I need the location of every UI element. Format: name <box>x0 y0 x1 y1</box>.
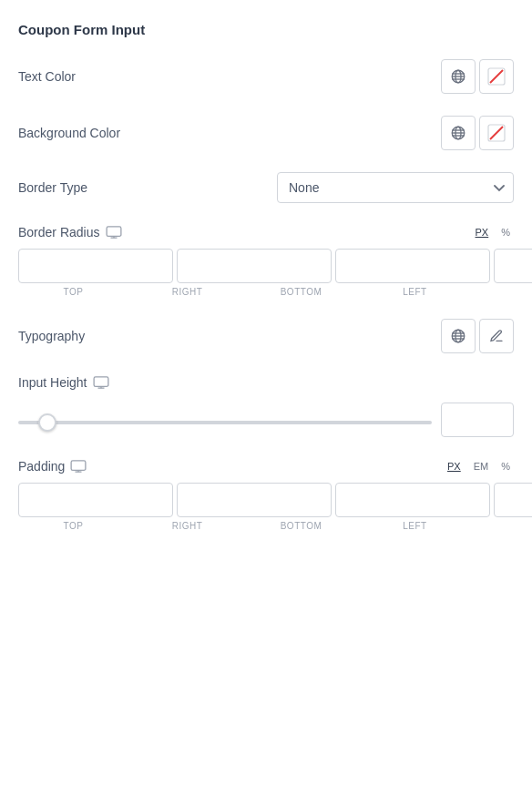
typography-edit-button[interactable] <box>479 319 514 353</box>
svg-rect-22 <box>94 377 108 387</box>
padding-right-input[interactable] <box>177 483 332 517</box>
padding-em-button[interactable]: EM <box>470 459 493 474</box>
monitor-icon <box>106 226 122 239</box>
border-radius-section: Border Radius PX % <box>18 225 514 297</box>
settings-panel: Coupon Form Input Text Color <box>0 0 532 785</box>
padding-bottom-label: BOTTOM <box>246 521 356 531</box>
padding-label-group: Padding <box>18 459 87 474</box>
background-color-label: Background Color <box>18 126 120 140</box>
bg-color-global-button[interactable] <box>441 116 476 150</box>
border-radius-bottom-label: BOTTOM <box>246 287 356 297</box>
border-radius-percent-button[interactable]: % <box>497 225 514 240</box>
typography-controls <box>441 319 514 353</box>
input-height-slider[interactable] <box>18 421 432 424</box>
background-color-row: Background Color <box>18 116 514 150</box>
input-height-header: Input Height <box>18 375 514 390</box>
text-color-picker-button[interactable] <box>479 59 514 94</box>
border-radius-left-input[interactable] <box>494 249 532 283</box>
padding-input-labels: TOP RIGHT BOTTOM LEFT <box>18 521 514 531</box>
border-radius-top-label: TOP <box>18 287 128 297</box>
border-radius-unit-toggle: PX % <box>472 225 514 240</box>
padding-monitor-icon <box>70 460 87 473</box>
padding-left-label: LEFT <box>360 521 470 531</box>
border-type-select-wrapper: None Solid Dashed Dotted Double <box>277 172 514 203</box>
padding-label-spacer <box>474 521 514 531</box>
input-height-section: Input Height <box>18 375 514 437</box>
border-radius-header: Border Radius PX % <box>18 225 514 240</box>
padding-header: Padding PX EM % <box>18 459 514 474</box>
border-radius-px-button[interactable]: PX <box>472 225 493 240</box>
border-radius-input-labels: TOP RIGHT BOTTOM LEFT <box>18 287 514 297</box>
border-radius-bottom-input[interactable] <box>335 249 490 283</box>
panel-title: Coupon Form Input <box>18 22 514 37</box>
svg-rect-14 <box>107 227 121 237</box>
padding-section: Padding PX EM % <box>18 459 514 531</box>
border-radius-label: Border Radius <box>18 225 100 240</box>
typography-global-button[interactable] <box>441 319 476 353</box>
background-color-controls <box>441 116 514 150</box>
input-height-label: Input Height <box>18 375 87 390</box>
input-height-slider-row <box>18 403 514 437</box>
padding-unit-toggle: PX EM % <box>444 459 514 474</box>
bg-color-picker-button[interactable] <box>479 116 514 150</box>
padding-right-label: RIGHT <box>132 521 242 531</box>
border-radius-label-group: Border Radius <box>18 225 122 240</box>
svg-line-13 <box>490 127 503 139</box>
border-radius-right-label: RIGHT <box>132 287 242 297</box>
text-color-controls <box>441 59 514 94</box>
svg-line-6 <box>490 70 503 83</box>
border-radius-left-label: LEFT <box>360 287 470 297</box>
input-height-monitor-icon <box>93 376 109 389</box>
text-color-row: Text Color <box>18 59 514 94</box>
text-color-global-button[interactable] <box>441 59 476 94</box>
border-radius-top-input[interactable] <box>18 249 173 283</box>
border-radius-right-input[interactable] <box>177 249 332 283</box>
padding-top-label: TOP <box>18 521 128 531</box>
padding-px-button[interactable]: PX <box>444 459 465 474</box>
border-type-select[interactable]: None Solid Dashed Dotted Double <box>277 172 514 203</box>
typography-label: Typography <box>18 329 85 343</box>
border-type-label: Border Type <box>18 180 87 195</box>
text-color-label: Text Color <box>18 69 76 84</box>
border-radius-inputs-row <box>18 249 514 283</box>
padding-percent-button[interactable]: % <box>497 459 514 474</box>
border-type-row: Border Type None Solid Dashed Dotted Dou… <box>18 172 514 203</box>
input-height-slider-wrapper <box>18 412 432 428</box>
border-radius-label-spacer <box>474 287 514 297</box>
padding-bottom-input[interactable] <box>335 483 490 517</box>
padding-inputs-row <box>18 483 514 517</box>
padding-left-input[interactable] <box>494 483 532 517</box>
padding-label: Padding <box>18 459 65 474</box>
input-height-value-input[interactable] <box>441 403 514 437</box>
typography-row: Typography <box>18 319 514 353</box>
svg-rect-25 <box>72 461 87 471</box>
padding-top-input[interactable] <box>18 483 173 517</box>
